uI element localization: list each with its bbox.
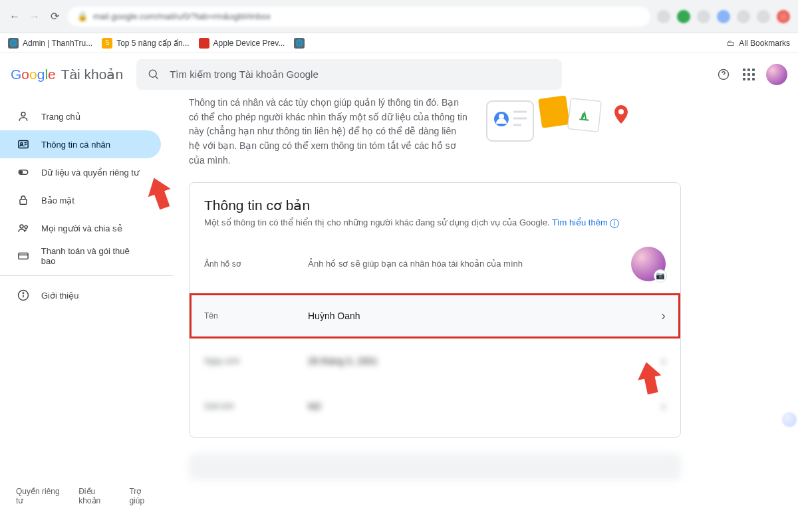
- ext-icon[interactable]: [657, 10, 670, 23]
- app-header: Google Tài khoản Tìm kiếm trong Tài khoả…: [0, 53, 798, 96]
- reload-button[interactable]: ⟳: [48, 10, 61, 23]
- row-value: Nữ: [308, 401, 661, 412]
- birthday-row[interactable]: Ngày sinh 28 tháng 5, 2001 ›: [190, 338, 680, 384]
- google-logo[interactable]: Google Tài khoản: [11, 66, 123, 82]
- search-placeholder: Tìm kiếm trong Tài khoản Google: [170, 68, 319, 80]
- forward-button[interactable]: →: [28, 10, 41, 23]
- svg-rect-16: [487, 101, 533, 141]
- row-label: Ảnh hồ sơ: [204, 259, 308, 269]
- svg-point-3: [21, 112, 25, 116]
- sidebar-item-security[interactable]: Bảo mật: [0, 186, 161, 214]
- product-name: Tài khoản: [61, 66, 124, 82]
- ext-icon[interactable]: [697, 10, 710, 23]
- assistant-fab-icon[interactable]: [782, 412, 797, 427]
- lock-icon: [16, 193, 31, 207]
- people-icon: [16, 221, 31, 235]
- intro-text: Thông tin cá nhân và các tùy chọn giúp q…: [189, 96, 468, 168]
- name-row[interactable]: Tên Huỳnh Oanh ›: [190, 293, 680, 338]
- sidebar-item-label: Bảo mật: [41, 196, 74, 205]
- svg-point-24: [618, 109, 624, 114]
- sidebar-item-label: Giới thiệu: [41, 291, 78, 301]
- sidebar-item-label: Thanh toán và gói thuê bao: [41, 246, 145, 266]
- sidebar-item-label: Thông tin cá nhân: [41, 140, 110, 150]
- toggle-icon: [16, 165, 31, 180]
- svg-point-10: [25, 225, 27, 228]
- browser-toolbar: ← → ⟳ 🔒 mail.google.com/mail/u/0/?tab=rm…: [0, 0, 798, 33]
- bookmarks-bar: 🌐 Admin | ThanhTru... 5 Top 5 nâng cấp ấ…: [0, 33, 798, 53]
- svg-point-9: [20, 225, 23, 228]
- terms-link[interactable]: Điều khoản: [78, 487, 117, 505]
- ext-icon[interactable]: [677, 10, 690, 23]
- learn-more-link[interactable]: Tìm hiểu thêm: [552, 217, 608, 227]
- all-bookmarks[interactable]: 🗀 All Bookmarks: [727, 39, 790, 48]
- profile-avatar[interactable]: 📷: [631, 247, 666, 281]
- card-subtitle: Một số thông tin có thể hiển thị cho nhữ…: [204, 217, 666, 228]
- pointer-arrow-icon: [635, 360, 664, 396]
- ext-icon[interactable]: [757, 10, 770, 23]
- sidebar-item-label: Trang chủ: [41, 112, 80, 122]
- sidebar-item-data-privacy[interactable]: Dữ liệu và quyền riêng tư: [0, 158, 161, 186]
- pointer-arrow-icon: [145, 176, 174, 211]
- privacy-link[interactable]: Quyền riêng tư: [16, 487, 66, 505]
- svg-line-1: [156, 76, 158, 79]
- svg-point-5: [21, 143, 23, 145]
- blurred-section: [189, 454, 681, 480]
- bookmark-item[interactable]: 🌐: [294, 38, 305, 49]
- basic-info-card: Thông tin cơ bản Một số thông tin có thể…: [189, 182, 681, 438]
- favicon-icon: 🌐: [294, 38, 305, 49]
- browser-toolbar-right: [657, 10, 790, 23]
- back-button[interactable]: ←: [8, 10, 21, 23]
- chevron-right-icon: ›: [661, 398, 666, 414]
- bookmark-item[interactable]: 🌐 Admin | ThanhTru...: [8, 38, 92, 49]
- sidebar-item-people-sharing[interactable]: Mọi người và chia sẻ: [0, 214, 161, 242]
- ext-icon[interactable]: [737, 10, 750, 23]
- svg-rect-22: [538, 96, 570, 128]
- favicon-icon: [199, 38, 209, 49]
- info-badge-icon: i: [610, 219, 619, 228]
- sidebar-item-label: Mọi người và chia sẻ: [41, 223, 122, 233]
- row-value: 28 tháng 5, 2001: [308, 356, 661, 366]
- sidebar-item-home[interactable]: Trang chủ: [0, 102, 161, 130]
- home-icon: [16, 109, 31, 124]
- divider: [0, 275, 173, 276]
- credit-card-icon: [16, 249, 31, 263]
- row-label: Giới tính: [204, 402, 308, 411]
- bookmark-label: Apple Device Prev...: [213, 39, 285, 48]
- search-input[interactable]: Tìm kiếm trong Tài khoản Google: [136, 59, 562, 90]
- all-bookmarks-label: All Bookmarks: [739, 39, 790, 48]
- url-text: mail.google.com/mail/u/0/?tab=rm&ogbl#in…: [93, 11, 271, 21]
- help-icon[interactable]: [716, 66, 732, 82]
- main-content: Thông tin cá nhân và các tùy chọn giúp q…: [173, 96, 798, 532]
- search-icon: [147, 68, 160, 81]
- camera-icon: 📷: [654, 269, 667, 283]
- account-avatar[interactable]: [766, 64, 787, 85]
- folder-icon: 🗀: [727, 39, 735, 48]
- svg-point-15: [23, 293, 23, 293]
- footer-links: Quyền riêng tư Điều khoản Trợ giúp: [0, 487, 173, 532]
- svg-rect-8: [20, 200, 27, 205]
- sidebar-item-payments[interactable]: Thanh toán và gói thuê bao: [0, 242, 161, 270]
- favicon-icon: 🌐: [8, 38, 19, 49]
- bookmark-label: Admin | ThanhTru...: [23, 39, 92, 48]
- bookmark-item[interactable]: Apple Device Prev...: [199, 38, 285, 49]
- lock-icon: 🔒: [77, 11, 88, 21]
- svg-rect-11: [19, 253, 28, 259]
- url-bar[interactable]: 🔒 mail.google.com/mail/u/0/?tab=rm&ogbl#…: [68, 7, 650, 27]
- profile-avatar-icon[interactable]: [777, 10, 790, 23]
- sidebar-item-about[interactable]: Giới thiệu: [0, 281, 161, 309]
- card-title: Thông tin cơ bản: [204, 198, 666, 213]
- ext-icon[interactable]: [717, 10, 730, 23]
- sidebar: Trang chủ Thông tin cá nhân Dữ liệu và q…: [0, 96, 173, 532]
- gender-row[interactable]: Giới tính Nữ ›: [190, 384, 680, 429]
- sidebar-item-personal-info[interactable]: Thông tin cá nhân: [0, 130, 161, 158]
- id-card-icon: [16, 137, 31, 152]
- info-icon: [16, 288, 31, 303]
- chevron-right-icon: ›: [661, 308, 666, 323]
- apps-icon[interactable]: [741, 66, 757, 82]
- row-label: Tên: [204, 311, 308, 321]
- help-link[interactable]: Trợ giúp: [129, 487, 157, 505]
- favicon-icon: 5: [102, 38, 112, 49]
- bookmark-item[interactable]: 5 Top 5 nâng cấp ấn...: [102, 38, 189, 49]
- profile-photo-row[interactable]: Ảnh hồ sơ Ảnh hồ sơ sẽ giúp bạn cá nhân …: [190, 235, 680, 293]
- row-description: Ảnh hồ sơ sẽ giúp bạn cá nhân hóa tài kh…: [308, 259, 631, 269]
